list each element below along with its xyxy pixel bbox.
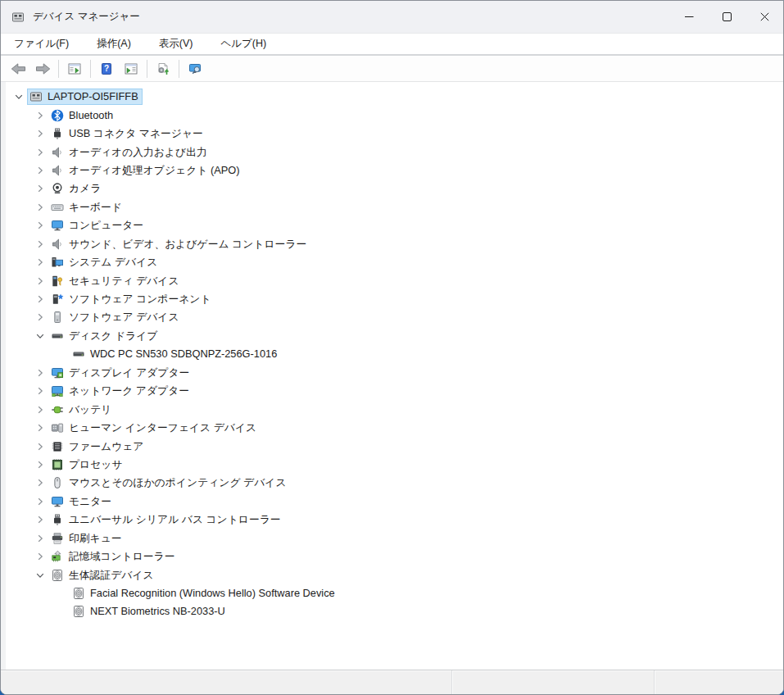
chevron-right-icon[interactable]	[32, 219, 48, 232]
tree-item-category[interactable]: サウンド、ビデオ、およびゲーム コントローラー	[6, 235, 783, 253]
tree-item-label: ヒューマン インターフェイス デバイス	[69, 421, 256, 434]
usb-icon	[51, 127, 64, 140]
chevron-right-icon[interactable]	[32, 458, 48, 471]
tree-item-category[interactable]: ネットワーク アダプター	[6, 382, 783, 400]
tree-item-device[interactable]: WDC PC SN530 SDBQNPZ-256G-1016	[6, 345, 783, 363]
software-device-icon	[51, 311, 64, 324]
menu-help[interactable]: ヘルプ(H)	[212, 34, 274, 53]
help-button[interactable]: ?	[94, 58, 119, 79]
tree-item-category[interactable]: ユニバーサル シリアル バス コントローラー	[6, 511, 783, 529]
tree-item-category[interactable]: ソフトウェア コンポーネント	[6, 290, 783, 308]
tree-item-label: モニター	[69, 495, 111, 508]
tree-item-category[interactable]: キーボード	[6, 198, 783, 216]
tree-item-category[interactable]: ファームウェア	[6, 437, 783, 455]
toolbar-separator	[58, 60, 59, 78]
chevron-right-icon[interactable]	[32, 293, 48, 306]
scan-hardware-changes-button[interactable]	[151, 58, 175, 79]
tree-item-category[interactable]: オーディオ処理オブジェクト (APO)	[6, 161, 783, 179]
tree-item-category[interactable]: バッテリ	[6, 400, 783, 418]
tree-item-category[interactable]: ディスク ドライブ	[6, 327, 783, 345]
show-hide-action-pane-button[interactable]	[119, 58, 143, 79]
tree-node: カメラ	[48, 180, 105, 197]
toolbar-separator	[90, 60, 91, 78]
menu-action[interactable]: 操作(A)	[88, 34, 139, 53]
processor-icon	[51, 458, 64, 471]
maximize-button[interactable]	[708, 1, 745, 33]
chevron-right-icon[interactable]	[32, 403, 48, 416]
tree-node: WDC PC SN530 SDBQNPZ-256G-1016	[70, 346, 281, 362]
minimize-icon	[685, 12, 694, 21]
chevron-right-icon[interactable]	[32, 366, 48, 379]
tree-node: マウスとそのほかのポインティング デバイス	[48, 475, 291, 491]
speaker-icon	[51, 238, 64, 251]
menu-view[interactable]: 表示(V)	[151, 34, 202, 53]
chevron-right-icon[interactable]	[32, 146, 48, 159]
tree-item-label: Bluetooth	[69, 109, 113, 122]
help-icon: ?	[100, 62, 113, 75]
tree-item-root[interactable]: LAPTOP-OI5FIFFB	[6, 88, 783, 106]
minimize-button[interactable]	[670, 1, 708, 33]
tree-item-category[interactable]: 記憶域コントローラー	[6, 547, 783, 566]
tree-item-category[interactable]: Bluetooth	[6, 106, 783, 124]
tree-node: ディスク ドライブ	[48, 328, 161, 344]
tree-item-category[interactable]: コンピューター	[6, 216, 783, 234]
tree-item-category[interactable]: 生体認証デバイス	[6, 566, 783, 584]
chevron-right-icon[interactable]	[32, 275, 48, 288]
tree-item-category[interactable]: モニター	[6, 493, 783, 511]
tree-item-category[interactable]: オーディオの入力および出力	[6, 143, 783, 161]
chevron-right-icon[interactable]	[32, 513, 48, 526]
chevron-right-icon[interactable]	[32, 109, 48, 122]
tree-item-category[interactable]: ヒューマン インターフェイス デバイス	[6, 419, 783, 437]
chevron-right-icon[interactable]	[32, 495, 48, 508]
device-search-button[interactable]	[183, 58, 207, 79]
chevron-right-icon[interactable]	[32, 182, 48, 195]
tree-item-category[interactable]: プロセッサ	[6, 456, 783, 474]
back-button[interactable]	[6, 58, 30, 79]
chevron-right-icon[interactable]	[32, 384, 48, 397]
chevron-down-icon[interactable]	[32, 329, 48, 343]
tree-item-category[interactable]: 印刷キュー	[6, 529, 783, 547]
tree-item-category[interactable]: USB コネクタ マネージャー	[6, 125, 783, 143]
chevron-right-icon[interactable]	[32, 440, 48, 453]
chevron-down-icon[interactable]	[32, 569, 48, 582]
tree-item-category[interactable]: セキュリティ デバイス	[6, 271, 783, 289]
chevron-right-icon[interactable]	[32, 256, 48, 269]
forward-arrow-icon	[35, 63, 51, 75]
forward-button[interactable]	[30, 58, 55, 79]
close-icon	[760, 12, 769, 21]
status-cell	[654, 670, 783, 694]
chevron-right-icon[interactable]	[32, 421, 48, 434]
chevron-right-icon[interactable]	[32, 311, 48, 324]
chevron-right-icon[interactable]	[32, 201, 48, 214]
chevron-right-icon[interactable]	[32, 238, 48, 251]
tree-item-label: オーディオ処理オブジェクト (APO)	[69, 164, 239, 177]
chevron-right-icon[interactable]	[32, 164, 48, 177]
tree-item-device[interactable]: Facial Recognition (Windows Hello) Softw…	[6, 584, 783, 602]
tree-item-category[interactable]: ソフトウェア デバイス	[6, 308, 783, 326]
tree-item-category[interactable]: システム デバイス	[6, 253, 783, 271]
toolbar-separator	[179, 60, 179, 78]
network-adapter-icon	[51, 384, 64, 397]
show-hide-console-tree-button[interactable]	[62, 58, 87, 79]
biometric-icon	[72, 587, 85, 600]
chevron-right-icon[interactable]	[32, 476, 48, 489]
tree-item-label: マウスとそのほかのポインティング デバイス	[69, 476, 287, 489]
chevron-down-icon[interactable]	[11, 90, 27, 103]
scan-hardware-icon	[156, 62, 170, 75]
chevron-right-icon[interactable]	[32, 127, 48, 140]
close-button[interactable]	[745, 1, 783, 33]
maximize-icon	[723, 12, 732, 21]
tree-node: 生体認証デバイス	[48, 567, 158, 584]
tree-item-category[interactable]: カメラ	[6, 179, 783, 198]
menu-file[interactable]: ファイル(F)	[6, 34, 77, 53]
svg-text:?: ?	[104, 64, 109, 73]
tree-item-label: USB コネクタ マネージャー	[69, 127, 203, 140]
tree-item-device[interactable]: NEXT Biometrics NB-2033-U	[6, 602, 783, 620]
speaker-icon	[51, 146, 64, 159]
tree-item-category[interactable]: ディスプレイ アダプター	[6, 364, 783, 382]
hid-icon	[51, 421, 64, 434]
tree-item-category[interactable]: マウスとそのほかのポインティング デバイス	[6, 474, 783, 492]
chevron-right-icon[interactable]	[32, 532, 48, 545]
chevron-right-icon[interactable]	[32, 550, 48, 563]
tree-node: ソフトウェア コンポーネント	[48, 291, 215, 307]
